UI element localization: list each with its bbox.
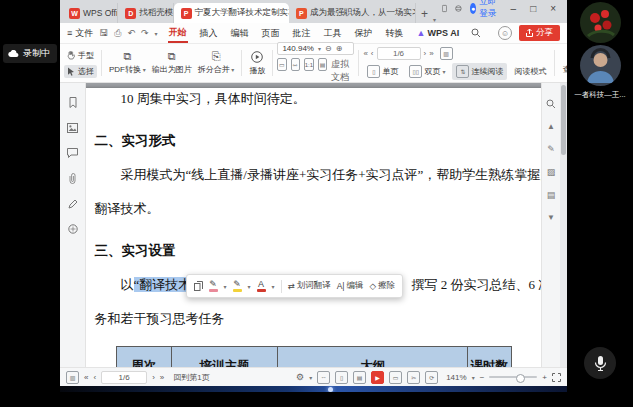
sidebar-toggle-icon[interactable]: ▥: [66, 371, 79, 384]
status-next-page-icon[interactable]: ›: [152, 373, 155, 382]
page-search-icon[interactable]: [546, 99, 556, 109]
tab-ppt-document[interactable]: P 成为最强职场人，从一场实习热身开...: [289, 3, 416, 23]
highlighter-icon[interactable]: ▨: [547, 167, 556, 177]
fit-width-icon[interactable]: ⇿: [291, 58, 300, 71]
menu-page[interactable]: 页面: [261, 25, 281, 42]
signature-pen-icon[interactable]: [68, 199, 78, 209]
menu-tools[interactable]: 工具: [323, 25, 343, 42]
export-as-image-button[interactable]: ⧉ 输出为图片: [149, 49, 195, 77]
underline-pen-icon[interactable]: ✎: [233, 280, 242, 292]
double-page-toggle[interactable]: ▯▯ 双页▾: [405, 63, 449, 80]
theme-skin-icon[interactable]: [455, 3, 462, 14]
next-page-icon[interactable]: ›: [424, 49, 427, 58]
stamp-icon[interactable]: [68, 224, 78, 234]
minimize-button[interactable]: –: [508, 3, 520, 14]
feedback-icon[interactable]: ☺: [498, 26, 512, 40]
zoom-level-dropdown[interactable]: 140.94% ▾ ⊖ ⊕: [277, 42, 354, 55]
view-read-mode-active-icon[interactable]: ▶: [371, 371, 384, 384]
menu-convert[interactable]: 转换: [385, 25, 405, 42]
tab-active-document[interactable]: P 宁夏大学翻译技术定制实习内... ×: [174, 3, 289, 23]
popup-erase-button[interactable]: ◇ 擦除: [370, 280, 396, 292]
view-fullwidth-icon[interactable]: ▭: [389, 371, 402, 384]
save-icon[interactable]: 🖫: [99, 28, 108, 38]
page-number-input[interactable]: 1/6: [377, 47, 421, 60]
single-page-toggle[interactable]: ▯ 单页: [363, 63, 402, 80]
menu-protect[interactable]: 保护: [354, 25, 374, 42]
doc-mode-label[interactable]: 虚拟文档: [331, 58, 354, 84]
status-last-page-icon[interactable]: »: [160, 373, 164, 382]
note-icon[interactable]: ▤: [547, 190, 556, 200]
login-button[interactable]: ● 立即登录: [470, 0, 500, 20]
status-previous-page-icon[interactable]: ‹: [93, 373, 96, 382]
microphone-button[interactable]: [584, 347, 616, 379]
zoom-minus-icon[interactable]: −: [480, 373, 485, 382]
continuous-read-toggle[interactable]: ⇅ 连续阅读: [452, 63, 507, 80]
outline-bookmark-icon[interactable]: [68, 97, 78, 108]
comment-icon[interactable]: [67, 148, 78, 158]
previous-page-icon[interactable]: ‹: [371, 49, 374, 58]
search-icon[interactable]: [471, 28, 481, 38]
play-button[interactable]: 播放: [246, 49, 268, 78]
view-crop-icon[interactable]: ✂: [407, 371, 420, 384]
highlight-pen-icon[interactable]: ✎: [209, 280, 218, 292]
settings-gear-icon[interactable]: ⚙: [296, 372, 304, 382]
pdf-page[interactable]: AI 10 周集中实习，具体时间待定。 二、实习形式 采用模式为“线上直播/录播…: [86, 88, 541, 367]
scrollbar-thumb[interactable]: [561, 85, 566, 155]
menu-edit[interactable]: 编辑: [230, 25, 250, 42]
page-canvas[interactable]: AI 10 周集中实习，具体时间待定。 二、实习形式 采用模式为“线上直播/录播…: [86, 83, 541, 367]
qat-more-dropdown-icon[interactable]: ▾: [155, 30, 158, 37]
zoom-slider[interactable]: [489, 376, 537, 378]
book-view-icon[interactable]: ▥: [440, 47, 453, 60]
menu-home[interactable]: 开始: [168, 24, 188, 43]
select-tool-button[interactable]: 选择: [64, 65, 97, 78]
tab-docer-templates[interactable]: D 找稻壳模板: [118, 3, 173, 23]
last-page-icon[interactable]: »: [429, 49, 433, 58]
status-jump-label[interactable]: 回到第1页: [173, 372, 209, 383]
view-continuous-icon[interactable]: ▤: [353, 371, 366, 384]
zoom-plus-icon[interactable]: +: [542, 373, 547, 382]
menu-insert[interactable]: 插入: [199, 25, 219, 42]
popup-edit-button[interactable]: A| 编辑: [337, 280, 364, 292]
zoom-in-icon[interactable]: ⊕: [336, 44, 343, 53]
new-tab-button[interactable]: +: [416, 7, 433, 23]
annotate-pen-icon[interactable]: ✎: [547, 144, 555, 154]
webcam-flower[interactable]: [580, 2, 621, 43]
menu-annotate[interactable]: 批注: [292, 25, 312, 42]
status-zoom-dropdown-icon[interactable]: ▾: [472, 374, 475, 381]
zoom-slider-knob[interactable]: [516, 374, 525, 383]
close-button[interactable]: ×: [547, 3, 559, 14]
split-merge-button[interactable]: ⎘ 拆分合并 ▾: [195, 49, 238, 77]
pdf-convert-button[interactable]: ⧉ PDF转换 ▾: [106, 49, 149, 77]
zoom-out-icon[interactable]: ⊖: [325, 44, 332, 53]
status-first-page-icon[interactable]: «: [84, 373, 88, 382]
find-replace-button[interactable]: 查找替换: [559, 51, 567, 76]
undo-icon[interactable]: ↶: [127, 28, 135, 38]
maximize-button[interactable]: □: [527, 3, 539, 14]
status-zoom-value[interactable]: 141%: [446, 373, 466, 382]
view-single-icon[interactable]: ▯: [335, 371, 348, 384]
actual-size-icon[interactable]: 1:1: [304, 58, 314, 71]
settings-dropdown-icon[interactable]: ▾: [309, 374, 312, 381]
attachment-icon[interactable]: [68, 173, 77, 184]
view-rotate-icon[interactable]: ⟳: [425, 371, 438, 384]
copy-icon[interactable]: [194, 281, 203, 291]
print-icon[interactable]: ⎙: [114, 28, 121, 39]
scroll-down-icon[interactable]: ▼: [547, 213, 555, 222]
tab-wps-home[interactable]: W WPS Office: [62, 3, 118, 23]
webcam-person[interactable]: [580, 45, 621, 86]
hand-tool-button[interactable]: 手型: [64, 49, 97, 62]
status-page-input[interactable]: 1/6: [101, 371, 147, 384]
read-mode-toggle[interactable]: 阅读模式: [510, 64, 550, 79]
scroll-up-icon[interactable]: ▲: [547, 122, 555, 131]
menu-wps-ai[interactable]: ▲ WPS AI: [416, 26, 461, 40]
redo-icon[interactable]: ↷: [141, 28, 149, 38]
vertical-scrollbar[interactable]: [560, 83, 567, 367]
fullscreen-icon[interactable]: [552, 373, 561, 382]
share-button[interactable]: 分享: [519, 25, 560, 41]
file-menu[interactable]: ≡ 文件: [67, 27, 93, 40]
thumbnail-icon[interactable]: [67, 123, 78, 133]
fit-page-icon[interactable]: ▭: [277, 58, 286, 71]
mobile-icon[interactable]: [442, 3, 447, 14]
popup-word-translate-button[interactable]: ⇄ 划词翻译: [288, 280, 331, 292]
view-fit-icon[interactable]: ⇔: [317, 371, 330, 384]
